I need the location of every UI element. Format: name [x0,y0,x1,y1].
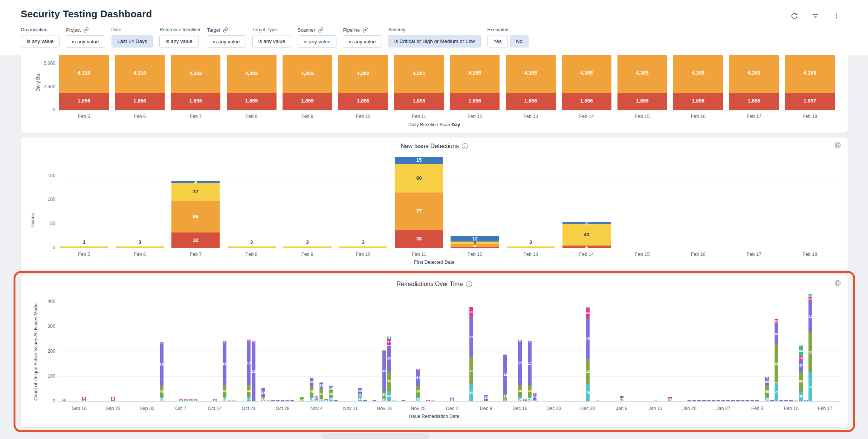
bar-segment-purple[interactable]: 30 [310,378,313,386]
filter-chip-pipeline[interactable]: is any value [343,35,382,48]
bar-segment-olive[interactable] [252,401,255,401]
bar-segment-series-orange[interactable]: 4,301 [394,55,444,93]
bar-segment-pink[interactable] [189,399,193,400]
bar-segment-medium[interactable] [339,246,387,248]
bar-segment-mint[interactable]: 8 [387,337,391,338]
bar-segment-mint[interactable]: 6 [184,400,188,401]
bar-segment-purple[interactable] [731,400,735,401]
bar-segment-pink[interactable] [431,401,435,401]
bar-segment-olive[interactable] [271,401,275,401]
bar-segment-olive[interactable] [736,401,740,401]
bar-segment-pink[interactable] [668,397,672,398]
bar-segment-purple[interactable]: 4 [804,400,808,401]
bar-segment-olive[interactable]: 12 [300,398,304,401]
bar-segment-pink[interactable]: 8 [247,340,251,341]
bar-segment-olive[interactable] [286,401,289,401]
bar-segment-olive[interactable] [377,401,381,401]
bar-segment-high[interactable]: 66 [171,201,220,233]
bar-segment-purple[interactable]: 33 [261,389,265,397]
bar-segment-series-red[interactable]: 1,855 [227,93,277,110]
bar-segment-purple[interactable] [721,400,725,401]
bar-segment-series-red[interactable]: 1,856 [562,93,611,110]
bar-segment-olive[interactable]: 50 [528,385,532,397]
bar-segment-purple[interactable]: 175 [247,341,251,385]
bar-segment-olive[interactable]: 108 [469,357,473,384]
bar-segment-olive[interactable] [784,401,788,401]
bar-segment-pink[interactable]: 20 [775,319,778,324]
bar-segment-pink[interactable]: 5 [528,341,532,342]
bar-segment-pink[interactable]: 5 [223,341,226,342]
bar-segment-olive[interactable]: 79 [387,372,391,391]
bar-segment-purple[interactable]: 160 [382,351,386,391]
bar-segment-olive[interactable] [324,399,328,400]
bar-segment-purple[interactable] [746,400,749,401]
bar-segment-pink[interactable] [179,399,183,400]
bar-segment-olive[interactable] [440,401,444,401]
bar-segment-purple[interactable]: 172 [528,342,532,385]
bar-segment-olive[interactable] [697,401,701,401]
bar-segment-low[interactable]: 4 [562,222,611,224]
bar-segment-medium[interactable]: 60 [395,164,443,193]
bar-segment-teal[interactable]: 16 [310,397,313,401]
bar-segment-mint[interactable]: 10 [63,399,66,401]
bar-segment-medium[interactable] [60,246,108,248]
bar-segment-pink[interactable]: 9 [111,397,115,399]
bar-segment-series-orange[interactable]: 4,305 [450,55,500,93]
filter-chip-date[interactable]: Last 14 Days [112,35,153,47]
filter-chip-severity[interactable]: is Critical or High or Medium or Low [388,35,481,47]
bar-segment-olive[interactable] [484,401,488,401]
bar-segment-olive[interactable]: 47 [416,385,420,397]
bar-segment-series-red[interactable]: 1,856 [506,93,556,110]
bar-segment-purple[interactable] [755,400,759,401]
bar-segment-olive[interactable] [373,401,376,401]
filter-icon[interactable] [810,11,821,21]
bar-segment-purple[interactable] [271,400,275,401]
bar-segment-olive[interactable] [305,401,309,401]
kebab-icon[interactable] [831,11,842,21]
bar-segment-purple[interactable] [726,400,730,401]
bar-segment-purple[interactable] [334,400,338,401]
bar-segment-olive[interactable] [688,401,691,401]
bar-segment-olive[interactable]: 26 [329,390,333,397]
bar-segment-olive[interactable] [339,401,342,401]
bar-segment-teal[interactable]: 16 [518,397,522,401]
bar-segment-series-red[interactable]: 1,856 [729,93,779,110]
bar-segment-purple[interactable] [373,400,376,401]
bar-segment-pink[interactable] [310,378,313,378]
bar-segment-olive[interactable] [436,401,439,401]
bar-segment-series-orange[interactable]: 4,305 [785,55,835,93]
bar-segment-olive[interactable] [290,401,294,401]
bar-segment-olive[interactable] [445,401,449,401]
bar-segment-pink[interactable]: 5 [518,340,522,341]
bar-segment-purple[interactable] [290,400,294,401]
bar-segment-olive[interactable] [731,401,735,401]
filter-chip-exempted-yes[interactable]: Yes [487,35,507,47]
bar-segment-mint[interactable] [494,401,498,401]
bar-segment-series-red[interactable]: 1,855 [394,93,444,110]
bar-segment-purple[interactable] [784,400,788,401]
bar-segment-pink[interactable]: 9 [82,397,86,399]
bar-segment-olive[interactable] [717,401,720,401]
bar-segment-medium[interactable]: 43 [562,224,611,245]
bar-segment-pink[interactable]: 15 [799,356,803,360]
bar-segment-olive[interactable] [789,401,793,401]
filter-chip-exempted-no[interactable]: No [510,35,529,47]
bar-segment-purple[interactable] [300,398,304,398]
bar-segment-purple[interactable] [717,400,720,401]
bar-segment-mint[interactable]: 4 [82,400,86,401]
bar-segment-teal[interactable]: 16 [765,397,769,401]
bar-segment-pink[interactable] [382,350,386,351]
bar-segment-olive[interactable]: 46 [310,386,313,397]
bar-segment-olive[interactable]: 162 [808,332,812,373]
bar-segment-series-orange[interactable]: 4,302 [227,55,277,93]
bar-segment-purple[interactable]: 105 [387,346,391,372]
bar-segment-medium[interactable] [283,246,332,248]
bar-segment-teal[interactable]: 5 [315,400,318,401]
bar-segment-medium[interactable] [116,246,164,248]
bar-segment-mint[interactable] [469,307,473,307]
filter-chip-target-type[interactable]: is any value [252,35,291,47]
bar-segment-purple[interactable] [736,400,740,401]
bar-segment-medium[interactable] [228,246,276,248]
bar-segment-purple[interactable]: 25 [358,388,362,394]
bar-segment-mint[interactable]: 4 [586,307,590,308]
